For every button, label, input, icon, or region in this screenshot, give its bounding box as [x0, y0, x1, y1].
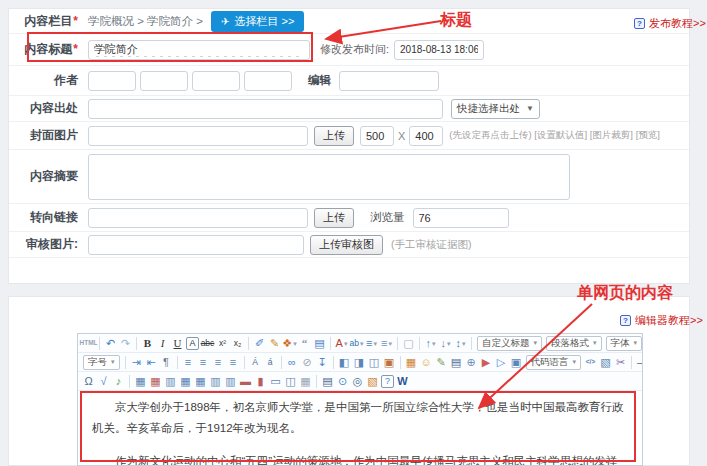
- img-right-icon[interactable]: ◨: [353, 355, 366, 370]
- delete-table-icon[interactable]: ▦: [299, 374, 312, 389]
- paragraph-mark-icon[interactable]: ¶: [160, 355, 173, 370]
- col-left-icon[interactable]: ▥: [209, 374, 222, 389]
- screenshot-icon[interactable]: ✂: [614, 355, 627, 370]
- word-paste-icon[interactable]: W: [396, 374, 409, 389]
- print-icon[interactable]: ▤: [321, 374, 334, 389]
- cover-image-input[interactable]: [88, 126, 308, 146]
- audio-icon[interactable]: ♪: [112, 374, 125, 389]
- col-right-icon[interactable]: ▥: [224, 374, 237, 389]
- underline-icon[interactable]: U: [171, 336, 184, 351]
- cover-height-input[interactable]: [409, 126, 443, 146]
- author-input-2[interactable]: [140, 71, 188, 91]
- author-input-4[interactable]: [244, 71, 292, 91]
- redo-icon[interactable]: ↷: [119, 336, 132, 351]
- map-icon[interactable]: ▤: [450, 355, 463, 370]
- editor-content-area[interactable]: 京大学创办于1898年，初名京师大学堂，是中国第一所国立综合性大学，也是当时中国…: [78, 391, 642, 466]
- auto-typeset-icon[interactable]: ❖: [283, 336, 296, 351]
- heading-select[interactable]: 自定义标题: [477, 336, 542, 351]
- views-input[interactable]: [413, 208, 509, 228]
- highlight-color-icon[interactable]: ab: [350, 336, 363, 351]
- template-icon[interactable]: ▤: [313, 336, 326, 351]
- blockquote-icon[interactable]: “: [298, 336, 311, 351]
- paste-icon[interactable]: ▧: [366, 374, 379, 389]
- special-char-icon[interactable]: Ω: [82, 374, 95, 389]
- video-icon[interactable]: ▣: [510, 355, 523, 370]
- unordered-list-icon[interactable]: ≡: [380, 336, 393, 351]
- new-document-icon[interactable]: ▢: [402, 336, 415, 351]
- delete-col-icon[interactable]: ▮: [254, 374, 267, 389]
- subscript-icon[interactable]: x₂: [231, 336, 244, 351]
- font-color-icon[interactable]: A: [335, 336, 348, 351]
- strikethrough-icon[interactable]: abc: [201, 336, 214, 351]
- img-center-icon[interactable]: ◫: [368, 355, 381, 370]
- align-right-icon[interactable]: ≡: [212, 355, 225, 370]
- cover-upload-button[interactable]: 上传: [314, 126, 354, 146]
- remove-format-icon[interactable]: ✐: [253, 336, 266, 351]
- help-icon[interactable]: ?: [381, 375, 394, 388]
- preview-icon[interactable]: ⊙: [336, 374, 349, 389]
- superscript-icon[interactable]: x²: [216, 336, 229, 351]
- unlink-icon[interactable]: ⊘: [301, 355, 314, 370]
- margin-top-icon[interactable]: ↑: [424, 336, 437, 351]
- ordered-list-icon[interactable]: ≡: [365, 336, 378, 351]
- row-above-icon[interactable]: ▦: [179, 374, 192, 389]
- redirect-link-input[interactable]: [88, 208, 308, 228]
- review-upload-button[interactable]: 上传审核图: [310, 235, 383, 255]
- merge-cells-icon[interactable]: ▭: [269, 374, 282, 389]
- align-center-icon[interactable]: ≡: [197, 355, 210, 370]
- select-category-button[interactable]: ✈选择栏目 >>: [211, 11, 304, 32]
- hr-icon[interactable]: —: [636, 355, 642, 370]
- redirect-upload-button[interactable]: 上传: [314, 208, 354, 228]
- image-icon[interactable]: ▦: [405, 355, 418, 370]
- media-icon[interactable]: ▷: [495, 355, 508, 370]
- publish-tutorial-link[interactable]: ? 发布教程>>: [634, 16, 706, 31]
- font-attr-icon[interactable]: A: [186, 337, 199, 350]
- cell-prop-icon[interactable]: ▥: [164, 374, 177, 389]
- anchor-icon[interactable]: ↧: [316, 355, 329, 370]
- align-justify-icon[interactable]: ≡: [227, 355, 240, 370]
- margin-bottom-icon[interactable]: ↓: [439, 336, 452, 351]
- author-input-1[interactable]: [88, 71, 136, 91]
- author-input-3[interactable]: [192, 71, 240, 91]
- uppercase-icon[interactable]: Á: [249, 355, 262, 370]
- find-icon[interactable]: ◎: [351, 374, 364, 389]
- img-left-icon[interactable]: ◧: [338, 355, 351, 370]
- cover-width-input[interactable]: [360, 126, 394, 146]
- review-image-input[interactable]: [88, 235, 304, 255]
- font-select[interactable]: 字体: [606, 336, 642, 351]
- content-title-input[interactable]: [88, 40, 310, 60]
- undo-icon[interactable]: ↶: [104, 336, 117, 351]
- paint-icon[interactable]: ✎: [435, 355, 448, 370]
- format-brush-icon[interactable]: ✎: [268, 336, 281, 351]
- indent-back-icon[interactable]: ⇤: [145, 355, 158, 370]
- row-below-icon[interactable]: ▦: [194, 374, 207, 389]
- size-select[interactable]: 字号: [83, 355, 120, 370]
- paragraph-select[interactable]: 段落格式: [546, 336, 602, 351]
- table-prop-icon[interactable]: ▦: [149, 374, 162, 389]
- quick-code-icon[interactable]: ▧: [599, 355, 612, 370]
- insert-code-icon[interactable]: </>: [584, 355, 597, 370]
- insert-table-icon[interactable]: ▦: [134, 374, 147, 389]
- editor-field-input[interactable]: [339, 71, 439, 91]
- delete-row-icon[interactable]: ▬: [239, 374, 252, 389]
- bold-icon[interactable]: B: [141, 336, 154, 351]
- code-lang-select[interactable]: 代码语言: [526, 355, 582, 370]
- html-source-icon[interactable]: HTML: [82, 336, 95, 351]
- line-height-icon[interactable]: ↕: [454, 336, 467, 351]
- emoticon-icon[interactable]: ☺: [420, 355, 433, 370]
- source-input[interactable]: [88, 99, 443, 119]
- italic-icon[interactable]: I: [156, 336, 169, 351]
- publish-time-input[interactable]: [394, 40, 484, 60]
- indent-first-icon[interactable]: ⇥: [130, 355, 143, 370]
- flash-icon[interactable]: ▶: [480, 355, 493, 370]
- attachment-icon[interactable]: ⊕: [465, 355, 478, 370]
- split-cells-icon[interactable]: ◫: [284, 374, 297, 389]
- lowercase-icon[interactable]: á: [264, 355, 277, 370]
- align-left-icon[interactable]: ≡: [182, 355, 195, 370]
- editor-tutorial-link[interactable]: ? 编辑器教程>>: [620, 313, 703, 328]
- quick-source-select[interactable]: 快捷选择出处▼: [451, 99, 540, 119]
- img-block-icon[interactable]: ▣: [383, 355, 396, 370]
- summary-textarea[interactable]: [88, 154, 570, 200]
- formula-icon[interactable]: √: [97, 374, 110, 389]
- link-icon[interactable]: ∞: [286, 355, 299, 370]
